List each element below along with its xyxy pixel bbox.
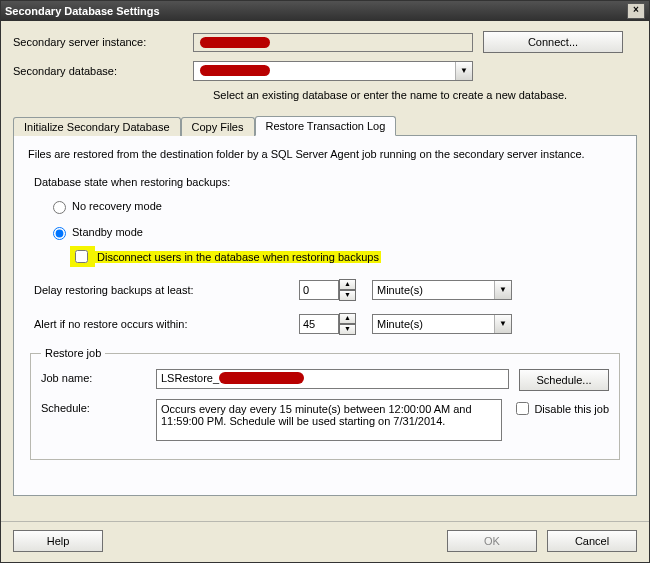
alert-unit-value: Minute(s) — [377, 318, 423, 330]
tab-initialize[interactable]: Initialize Secondary Database — [13, 117, 181, 136]
close-icon[interactable]: × — [627, 3, 645, 19]
ok-button[interactable]: OK — [447, 530, 537, 552]
cancel-button[interactable]: Cancel — [547, 530, 637, 552]
jobname-value: LSRestore_ — [161, 372, 219, 384]
server-instance-field — [193, 33, 473, 52]
chevron-down-icon[interactable]: ▼ — [339, 324, 356, 335]
tab-copy-files[interactable]: Copy Files — [181, 117, 255, 136]
secondary-database-combo[interactable]: ▼ — [193, 61, 473, 81]
dialog-window: Secondary Database Settings × Secondary … — [0, 0, 650, 563]
alert-label: Alert if no restore occurs within: — [28, 318, 299, 330]
connect-button[interactable]: Connect... — [483, 31, 623, 53]
restore-job-legend: Restore job — [41, 347, 105, 359]
chevron-down-icon[interactable]: ▼ — [339, 290, 356, 301]
schedule-text: Occurs every day every 15 minute(s) betw… — [156, 399, 502, 441]
chevron-down-icon[interactable]: ▼ — [494, 281, 511, 299]
chevron-down-icon[interactable]: ▼ — [455, 62, 472, 80]
server-instance-label: Secondary server instance: — [13, 36, 193, 48]
window-title: Secondary Database Settings — [5, 1, 160, 21]
tab-restore-log[interactable]: Restore Transaction Log — [255, 116, 397, 136]
standby-radio[interactable] — [53, 227, 66, 240]
secondary-database-label: Secondary database: — [13, 65, 193, 77]
delay-unit-combo[interactable]: Minute(s) ▼ — [372, 280, 512, 300]
delay-label: Delay restoring backups at least: — [28, 284, 299, 296]
chevron-up-icon[interactable]: ▲ — [339, 279, 356, 290]
titlebar: Secondary Database Settings × — [1, 1, 649, 21]
standby-label: Standby mode — [72, 226, 143, 238]
footer-bar: Help OK Cancel — [1, 521, 649, 562]
chevron-up-icon[interactable]: ▲ — [339, 313, 356, 324]
tabpanel-restore: Files are restored from the destination … — [13, 136, 637, 496]
db-state-heading: Database state when restoring backups: — [28, 176, 622, 188]
delay-spinner[interactable]: ▲ ▼ — [339, 279, 356, 301]
no-recovery-label: No recovery mode — [72, 200, 162, 212]
restore-job-group: Restore job Job name: LSRestore_ Schedul… — [30, 347, 620, 460]
jobname-label: Job name: — [41, 369, 156, 384]
delay-unit-value: Minute(s) — [377, 284, 423, 296]
disconnect-users-checkbox[interactable] — [75, 250, 88, 263]
alert-spinner[interactable]: ▲ ▼ — [339, 313, 356, 335]
chevron-down-icon[interactable]: ▼ — [494, 315, 511, 333]
tabstrip: Initialize Secondary Database Copy Files… — [13, 115, 637, 136]
disconnect-users-label: Disconnect users in the database when re… — [95, 251, 381, 263]
jobname-field[interactable]: LSRestore_ — [156, 369, 509, 389]
no-recovery-radio[interactable] — [53, 201, 66, 214]
delay-value-input[interactable] — [299, 280, 339, 300]
schedule-label: Schedule: — [41, 399, 156, 414]
alert-value-input[interactable] — [299, 314, 339, 334]
disable-job-checkbox[interactable] — [516, 402, 529, 415]
schedule-button[interactable]: Schedule... — [519, 369, 609, 391]
help-button[interactable]: Help — [13, 530, 103, 552]
alert-unit-combo[interactable]: Minute(s) ▼ — [372, 314, 512, 334]
restore-intro: Files are restored from the destination … — [28, 148, 622, 160]
dialog-body: Secondary server instance: Connect... Se… — [1, 21, 649, 502]
database-help-text: Select an existing database or enter the… — [213, 89, 637, 101]
disable-job-label: Disable this job — [534, 403, 609, 415]
